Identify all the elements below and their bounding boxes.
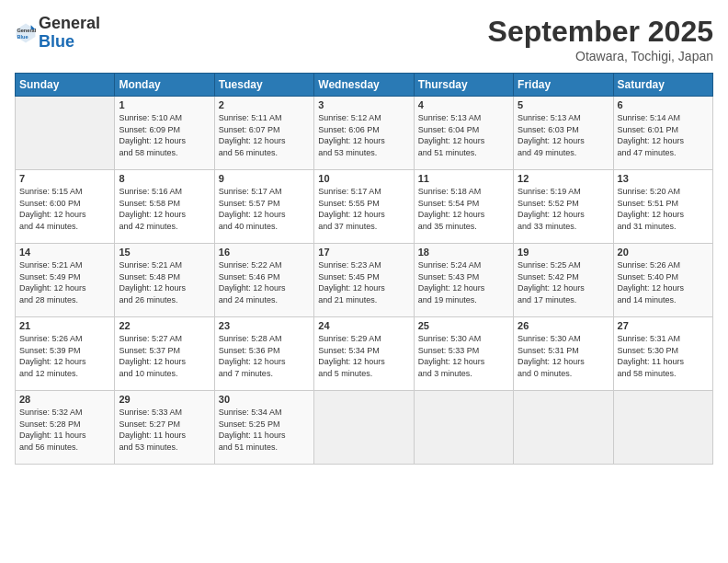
calendar-cell: 1Sunrise: 5:10 AM Sunset: 6:09 PM Daylig… bbox=[115, 97, 214, 170]
day-number: 4 bbox=[418, 99, 509, 110]
day-info: Sunrise: 5:16 AM Sunset: 5:58 PM Dayligh… bbox=[119, 186, 210, 232]
day-number: 7 bbox=[19, 173, 110, 184]
calendar-cell: 23Sunrise: 5:28 AM Sunset: 5:36 PM Dayli… bbox=[214, 317, 313, 391]
weekday-header: Sunday bbox=[16, 74, 115, 97]
day-number: 16 bbox=[219, 247, 310, 258]
calendar-cell: 17Sunrise: 5:23 AM Sunset: 5:45 PM Dayli… bbox=[314, 244, 414, 317]
calendar-cell: 5Sunrise: 5:13 AM Sunset: 6:03 PM Daylig… bbox=[514, 97, 613, 170]
calendar-cell: 6Sunrise: 5:14 AM Sunset: 6:01 PM Daylig… bbox=[613, 97, 712, 170]
day-info: Sunrise: 5:17 AM Sunset: 5:57 PM Dayligh… bbox=[219, 186, 310, 232]
calendar-cell: 13Sunrise: 5:20 AM Sunset: 5:51 PM Dayli… bbox=[613, 170, 712, 244]
weekday-header: Tuesday bbox=[214, 74, 313, 97]
day-info: Sunrise: 5:13 AM Sunset: 6:03 PM Dayligh… bbox=[518, 112, 609, 158]
day-info: Sunrise: 5:12 AM Sunset: 6:06 PM Dayligh… bbox=[318, 112, 409, 158]
day-info: Sunrise: 5:15 AM Sunset: 6:00 PM Dayligh… bbox=[19, 186, 110, 232]
day-number: 18 bbox=[418, 247, 509, 258]
location-subtitle: Otawara, Tochigi, Japan bbox=[488, 49, 713, 63]
day-info: Sunrise: 5:18 AM Sunset: 5:54 PM Dayligh… bbox=[418, 186, 509, 232]
calendar-cell: 18Sunrise: 5:24 AM Sunset: 5:43 PM Dayli… bbox=[414, 244, 513, 317]
calendar-cell: 30Sunrise: 5:34 AM Sunset: 5:25 PM Dayli… bbox=[214, 391, 313, 465]
calendar-cell: 10Sunrise: 5:17 AM Sunset: 5:55 PM Dayli… bbox=[314, 170, 414, 244]
calendar-cell: 27Sunrise: 5:31 AM Sunset: 5:30 PM Dayli… bbox=[613, 317, 712, 391]
day-info: Sunrise: 5:31 AM Sunset: 5:30 PM Dayligh… bbox=[618, 333, 709, 379]
day-number: 12 bbox=[518, 173, 609, 184]
day-info: Sunrise: 5:30 AM Sunset: 5:33 PM Dayligh… bbox=[418, 333, 509, 379]
day-info: Sunrise: 5:33 AM Sunset: 5:27 PM Dayligh… bbox=[119, 407, 210, 453]
calendar-cell: 15Sunrise: 5:21 AM Sunset: 5:48 PM Dayli… bbox=[115, 244, 214, 317]
calendar-cell: 16Sunrise: 5:22 AM Sunset: 5:46 PM Dayli… bbox=[214, 244, 313, 317]
day-info: Sunrise: 5:20 AM Sunset: 5:51 PM Dayligh… bbox=[618, 186, 709, 232]
day-info: Sunrise: 5:22 AM Sunset: 5:46 PM Dayligh… bbox=[219, 259, 310, 305]
calendar-cell: 9Sunrise: 5:17 AM Sunset: 5:57 PM Daylig… bbox=[214, 170, 313, 244]
calendar-cell: 25Sunrise: 5:30 AM Sunset: 5:33 PM Dayli… bbox=[414, 317, 513, 391]
calendar-cell: 4Sunrise: 5:13 AM Sunset: 6:04 PM Daylig… bbox=[414, 97, 513, 170]
day-info: Sunrise: 5:29 AM Sunset: 5:34 PM Dayligh… bbox=[318, 333, 409, 379]
day-info: Sunrise: 5:13 AM Sunset: 6:04 PM Dayligh… bbox=[418, 112, 509, 158]
calendar-cell: 7Sunrise: 5:15 AM Sunset: 6:00 PM Daylig… bbox=[16, 170, 115, 244]
day-number: 27 bbox=[618, 320, 709, 331]
calendar-cell: 21Sunrise: 5:26 AM Sunset: 5:39 PM Dayli… bbox=[16, 317, 115, 391]
calendar-cell: 24Sunrise: 5:29 AM Sunset: 5:34 PM Dayli… bbox=[314, 317, 414, 391]
day-info: Sunrise: 5:28 AM Sunset: 5:36 PM Dayligh… bbox=[219, 333, 310, 379]
calendar-cell: 29Sunrise: 5:33 AM Sunset: 5:27 PM Dayli… bbox=[115, 391, 214, 465]
month-title: September 2025 bbox=[488, 15, 713, 49]
day-number: 23 bbox=[219, 320, 310, 331]
day-info: Sunrise: 5:25 AM Sunset: 5:42 PM Dayligh… bbox=[518, 259, 609, 305]
day-info: Sunrise: 5:24 AM Sunset: 5:43 PM Dayligh… bbox=[418, 259, 509, 305]
day-number: 29 bbox=[119, 394, 210, 405]
day-info: Sunrise: 5:14 AM Sunset: 6:01 PM Dayligh… bbox=[618, 112, 709, 158]
page-header: General Blue General Blue September 2025… bbox=[15, 15, 713, 63]
logo-icon: General Blue bbox=[15, 22, 37, 44]
day-info: Sunrise: 5:34 AM Sunset: 5:25 PM Dayligh… bbox=[219, 407, 310, 453]
day-number: 22 bbox=[119, 320, 210, 331]
day-info: Sunrise: 5:10 AM Sunset: 6:09 PM Dayligh… bbox=[119, 112, 210, 158]
day-number: 10 bbox=[318, 173, 409, 184]
day-number: 3 bbox=[318, 99, 409, 110]
calendar-cell: 3Sunrise: 5:12 AM Sunset: 6:06 PM Daylig… bbox=[314, 97, 414, 170]
day-number: 8 bbox=[119, 173, 210, 184]
weekday-header: Monday bbox=[115, 74, 214, 97]
weekday-header: Friday bbox=[514, 74, 613, 97]
day-info: Sunrise: 5:30 AM Sunset: 5:31 PM Dayligh… bbox=[518, 333, 609, 379]
day-number: 24 bbox=[318, 320, 409, 331]
day-number: 28 bbox=[19, 394, 110, 405]
day-number: 20 bbox=[618, 247, 709, 258]
day-number: 19 bbox=[518, 247, 609, 258]
day-number: 1 bbox=[119, 99, 210, 110]
calendar-cell: 12Sunrise: 5:19 AM Sunset: 5:52 PM Dayli… bbox=[514, 170, 613, 244]
weekday-header: Thursday bbox=[414, 74, 513, 97]
day-info: Sunrise: 5:21 AM Sunset: 5:48 PM Dayligh… bbox=[119, 259, 210, 305]
day-number: 5 bbox=[518, 99, 609, 110]
day-number: 11 bbox=[418, 173, 509, 184]
calendar-table: SundayMondayTuesdayWednesdayThursdayFrid… bbox=[15, 73, 713, 465]
day-info: Sunrise: 5:26 AM Sunset: 5:40 PM Dayligh… bbox=[618, 259, 709, 305]
day-info: Sunrise: 5:19 AM Sunset: 5:52 PM Dayligh… bbox=[518, 186, 609, 232]
title-block: September 2025 Otawara, Tochigi, Japan bbox=[488, 15, 713, 63]
day-number: 14 bbox=[19, 247, 110, 258]
calendar-cell bbox=[314, 391, 414, 465]
day-info: Sunrise: 5:26 AM Sunset: 5:39 PM Dayligh… bbox=[19, 333, 110, 379]
weekday-header: Wednesday bbox=[314, 74, 414, 97]
calendar-cell: 19Sunrise: 5:25 AM Sunset: 5:42 PM Dayli… bbox=[514, 244, 613, 317]
calendar-cell: 20Sunrise: 5:26 AM Sunset: 5:40 PM Dayli… bbox=[613, 244, 712, 317]
calendar-cell: 28Sunrise: 5:32 AM Sunset: 5:28 PM Dayli… bbox=[16, 391, 115, 465]
weekday-header: Saturday bbox=[613, 74, 712, 97]
day-info: Sunrise: 5:27 AM Sunset: 5:37 PM Dayligh… bbox=[119, 333, 210, 379]
day-info: Sunrise: 5:23 AM Sunset: 5:45 PM Dayligh… bbox=[318, 259, 409, 305]
day-info: Sunrise: 5:11 AM Sunset: 6:07 PM Dayligh… bbox=[219, 112, 310, 158]
calendar-cell: 8Sunrise: 5:16 AM Sunset: 5:58 PM Daylig… bbox=[115, 170, 214, 244]
calendar-cell bbox=[16, 97, 115, 170]
calendar-cell bbox=[414, 391, 513, 465]
day-number: 26 bbox=[518, 320, 609, 331]
day-number: 2 bbox=[219, 99, 310, 110]
calendar-cell: 11Sunrise: 5:18 AM Sunset: 5:54 PM Dayli… bbox=[414, 170, 513, 244]
calendar-cell: 14Sunrise: 5:21 AM Sunset: 5:49 PM Dayli… bbox=[16, 244, 115, 317]
calendar-cell bbox=[514, 391, 613, 465]
day-number: 15 bbox=[119, 247, 210, 258]
day-number: 9 bbox=[219, 173, 310, 184]
calendar-cell: 26Sunrise: 5:30 AM Sunset: 5:31 PM Dayli… bbox=[514, 317, 613, 391]
day-number: 13 bbox=[618, 173, 709, 184]
logo-text: General Blue bbox=[39, 15, 100, 52]
day-info: Sunrise: 5:17 AM Sunset: 5:55 PM Dayligh… bbox=[318, 186, 409, 232]
day-info: Sunrise: 5:21 AM Sunset: 5:49 PM Dayligh… bbox=[19, 259, 110, 305]
